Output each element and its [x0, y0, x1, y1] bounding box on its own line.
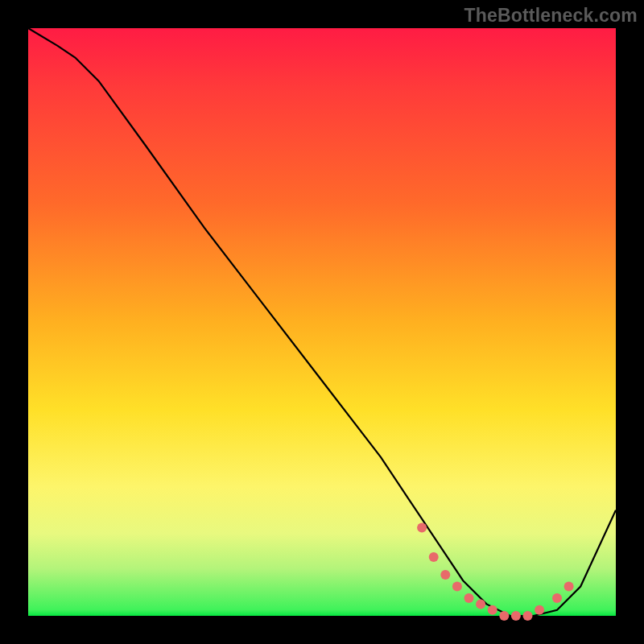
curve-svg: [28, 28, 616, 616]
floor-dots-group: [417, 523, 574, 621]
floor-dot: [452, 582, 462, 592]
chart-container: TheBottleneck.com: [0, 0, 644, 644]
floor-dot: [523, 611, 533, 621]
floor-dot: [488, 605, 497, 615]
plot-area: [28, 28, 616, 616]
floor-dot: [511, 611, 521, 621]
floor-dot: [417, 523, 427, 533]
bottleneck-curve: [28, 28, 616, 616]
floor-dot: [476, 599, 485, 609]
floor-dot: [552, 593, 562, 603]
watermark-text: TheBottleneck.com: [464, 5, 638, 27]
floor-dot: [464, 593, 474, 603]
floor-dot: [535, 605, 544, 615]
floor-dot: [429, 552, 439, 562]
floor-dot: [564, 582, 574, 592]
floor-dot: [440, 570, 450, 580]
floor-dot: [499, 611, 509, 621]
